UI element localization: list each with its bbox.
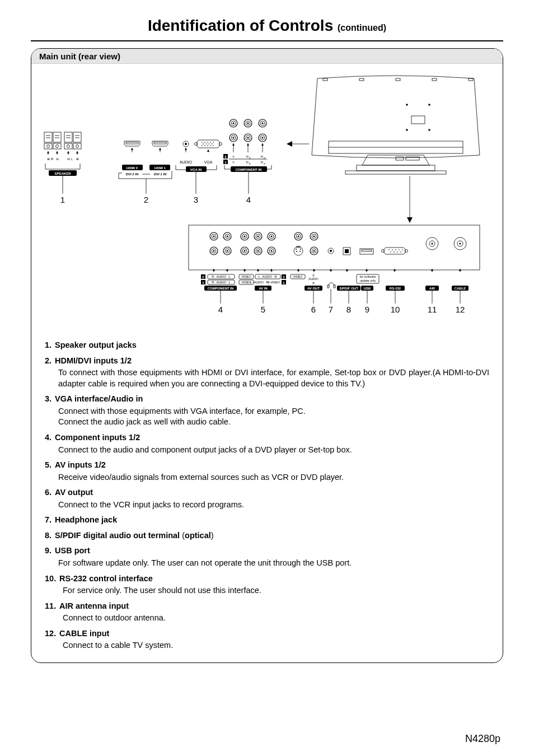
svg-point-207: [299, 251, 301, 252]
svg-text:AV IN: AV IN: [259, 287, 268, 290]
svg-text:⊖: ⊖: [67, 157, 70, 161]
description-item: 9.USB portFor software update only. The …: [45, 545, 489, 568]
svg-point-118: [406, 104, 408, 106]
description-title: Component inputs 1/2: [55, 433, 140, 442]
svg-rect-126: [345, 171, 446, 174]
svg-text:⊖: ⊖: [56, 157, 59, 161]
section-header: Main unit (rear view): [31, 49, 503, 64]
description-body: Connect to outdoor antenna.: [63, 613, 489, 624]
svg-text:P: P: [246, 155, 249, 158]
title-continued: (continued): [338, 23, 386, 32]
svg-rect-34: [126, 142, 138, 144]
description-title: VGA interface/Audio in: [55, 394, 143, 403]
svg-point-169: [271, 236, 273, 237]
svg-text:4: 4: [246, 195, 251, 204]
svg-marker-65: [185, 148, 187, 150]
svg-point-250: [388, 249, 390, 250]
description-list: 1.Speaker output jacks2.HDMI/DVI inputs …: [31, 340, 503, 651]
description-item: 6.AV outputConnect to the VCR input jack…: [45, 487, 489, 510]
svg-text:R · AUDIO · L: R · AUDIO · L: [212, 281, 230, 284]
svg-text:1: 1: [60, 195, 65, 204]
svg-rect-115: [396, 78, 400, 81]
svg-point-62: [207, 145, 208, 146]
tv-rear-outline: [287, 76, 480, 223]
svg-marker-66: [207, 150, 209, 152]
svg-point-266: [432, 243, 433, 245]
description-title: AV output: [55, 488, 93, 497]
svg-rect-3: [73, 132, 81, 142]
svg-point-58: [209, 143, 210, 144]
description-number: 1.: [45, 340, 55, 351]
svg-text:R · AUDIO · L: R · AUDIO · L: [212, 275, 230, 278]
svg-text:P: P: [261, 155, 263, 158]
rear-view-diagram: ⊕R⊖ ⊖L⊕ SPEAKER 1: [31, 64, 503, 335]
svg-point-251: [392, 249, 393, 250]
description-title: CABLE input: [59, 629, 109, 638]
svg-point-206: [296, 251, 297, 252]
svg-point-166: [257, 236, 259, 237]
svg-point-178: [271, 250, 273, 252]
svg-text:R: R: [51, 157, 54, 161]
svg-rect-120: [411, 116, 425, 124]
description-body: Receive video/audio signals from externa…: [58, 472, 489, 483]
svg-point-274: [460, 243, 461, 245]
svg-rect-14: [53, 143, 61, 149]
svg-text:2: 2: [144, 195, 148, 204]
svg-point-175: [257, 250, 259, 252]
svg-point-81: [262, 123, 264, 124]
svg-text:11: 11: [428, 305, 437, 314]
svg-point-53: [207, 142, 208, 143]
svg-text:AIR: AIR: [429, 287, 435, 290]
svg-point-56: [203, 143, 204, 144]
svg-text:RS-232: RS-232: [390, 287, 401, 290]
svg-text:VIDEO: VIDEO: [293, 275, 303, 278]
svg-text:10: 10: [391, 305, 400, 314]
svg-point-122: [428, 129, 430, 131]
air-input: AIR 11: [425, 237, 439, 314]
description-body: For software update only. The user can n…: [58, 558, 489, 569]
svg-text:VGA: VGA: [204, 160, 213, 164]
svg-rect-227: [327, 285, 329, 288]
description-item: 3.VGA interface/Audio inConnect with tho…: [45, 394, 489, 428]
svg-text:CABLE: CABLE: [455, 287, 466, 290]
svg-marker-23: [76, 151, 78, 153]
svg-point-225: [330, 250, 332, 252]
svg-point-258: [400, 251, 401, 253]
description-body: Connect to the audio and component outpu…: [58, 445, 489, 456]
description-number: 11.: [45, 601, 59, 612]
svg-text:HDMI 1: HDMI 1: [154, 166, 166, 170]
description-item: 7.Headphone jack: [45, 515, 489, 526]
svg-text:7: 7: [329, 305, 333, 314]
svg-text:DVI 1 IN: DVI 1 IN: [154, 172, 167, 176]
usb-port: for software update only USB 9: [357, 249, 379, 314]
description-title: Headphone jack: [55, 515, 117, 524]
svg-text:P: P: [246, 161, 249, 164]
svg-text:Y: Y: [232, 155, 235, 158]
svg-marker-132: [407, 217, 413, 223]
svg-point-200: [298, 236, 299, 237]
svg-point-146: [227, 250, 228, 252]
svg-point-143: [213, 250, 215, 252]
svg-point-257: [397, 251, 398, 253]
svg-point-55: [213, 142, 214, 143]
av-out: VIDEO © AUDIO ® AV OUT 6: [291, 232, 322, 314]
svg-point-140: [227, 236, 228, 237]
svg-rect-239: [362, 250, 372, 251]
svg-rect-114: [359, 78, 364, 81]
rs232: RS-232 10: [382, 248, 408, 314]
svg-point-208: [296, 249, 297, 250]
svg-marker-22: [67, 151, 69, 153]
svg-text:4: 4: [218, 305, 223, 314]
description-number: 10.: [45, 573, 59, 585]
svg-point-52: [204, 142, 205, 143]
svg-text:AUDIO: AUDIO: [180, 160, 193, 164]
svg-text:VGA IN: VGA IN: [190, 168, 202, 171]
description-body: Connect to the VCR input jacks to record…: [58, 500, 489, 511]
svg-text:L · AUDIO · R: L · AUDIO · R: [258, 275, 277, 278]
svg-text:S/PDIF OUT: S/PDIF OUT: [339, 287, 358, 290]
svg-text:SPEAKER: SPEAKER: [54, 172, 71, 175]
svg-rect-113: [323, 78, 327, 81]
svg-rect-125: [357, 165, 435, 171]
component-in-bottom: 2 1 R · AUDIO · L R · AUDIO · L COMPONEN…: [201, 232, 237, 314]
svg-text:9: 9: [365, 305, 369, 314]
